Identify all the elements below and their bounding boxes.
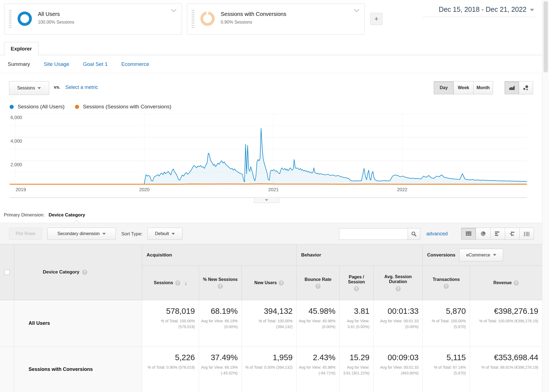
subnav-summary[interactable]: Summary [8, 61, 30, 67]
cell-new-users: 1,959% of Total: 0.50% (394,132) [242, 346, 296, 392]
metric-subtext: % of Total: 100.00% (578,019) [144, 318, 195, 330]
sort-descending-icon [184, 280, 187, 286]
cell-sessions: 578,019% of Total: 100.00% (578,019) [142, 300, 199, 346]
column-header-sessions[interactable]: Sessions [142, 266, 199, 300]
metric-value: €398,276.19 [472, 307, 538, 316]
metric-select-dropdown[interactable]: Sessions [9, 81, 49, 95]
comparison-view-icon [509, 231, 515, 236]
legend-dot-all-users [10, 105, 14, 109]
dropdown-triangle-icon [493, 254, 496, 256]
comparison-view-button[interactable] [505, 228, 519, 240]
motion-chart-button[interactable] [519, 81, 533, 94]
add-segment-button[interactable] [370, 13, 382, 25]
row-label[interactable]: All Users [14, 300, 142, 346]
segment-card-sessions-with-conversions[interactable]: Sessions with Conversions 0.90% Sessions [187, 4, 365, 35]
help-icon[interactable] [82, 270, 87, 275]
performance-view-button[interactable] [490, 228, 505, 240]
date-range-selector[interactable]: Dec 15, 2018 - Dec 21, 2022 [423, 5, 535, 17]
dropdown-triangle-icon [102, 233, 106, 235]
timeline-expander-button[interactable] [254, 198, 279, 203]
percentage-view-button[interactable] [476, 228, 490, 240]
subnav-ecommerce[interactable]: Ecommerce [121, 61, 149, 67]
page-scrollbar-thumb[interactable] [544, 1, 548, 72]
search-icon [411, 231, 417, 237]
column-header-new-users[interactable]: New Users [242, 266, 296, 300]
subnav-goal-set-1[interactable]: Goal Set 1 [83, 61, 108, 67]
sessions-chart-svg [10, 114, 527, 185]
cell-transactions: 5,115% of Total: 87.14% (5,870) [422, 346, 470, 392]
metric-value: 5,226 [144, 353, 195, 362]
tab-explorer[interactable]: Explorer [4, 42, 38, 55]
plot-rows-button[interactable]: Plot Rows [9, 228, 42, 240]
secondary-dimension-dropdown[interactable]: Secondary dimension [47, 228, 116, 240]
drag-handle-icon[interactable] [192, 10, 194, 29]
metric-subtext: Avg for View: 3.81 (0.00%) [341, 318, 369, 330]
chevron-down-icon[interactable] [171, 9, 177, 12]
group-label: Acquisition [147, 252, 172, 258]
drag-handle-icon[interactable] [9, 10, 12, 29]
page-scrollbar[interactable] [542, 0, 549, 392]
help-icon[interactable] [218, 284, 223, 289]
conversions-goal-dropdown[interactable]: eCommerce [459, 249, 503, 261]
column-label: Transactions [433, 277, 460, 282]
segment-title: All Users [38, 11, 60, 17]
sort-type-value: Default [155, 231, 169, 236]
granularity-day-button[interactable]: Day [434, 81, 453, 94]
cell-pages-session: 15.29Avg for View: 3.81 (301.22%) [339, 346, 373, 392]
column-header-pages-session[interactable]: Pages / Session [339, 266, 373, 300]
metric-value: 00:01:33 [375, 307, 419, 316]
sort-type-dropdown[interactable]: Default [147, 228, 183, 240]
help-icon[interactable] [354, 286, 359, 291]
secondary-dimension-label: Secondary dimension [57, 231, 100, 236]
cell-new-users: 394,132% of Total: 100.00% (394,132) [242, 300, 296, 346]
dimension-column-header[interactable]: Device Category [14, 244, 142, 300]
sort-type-label: Sort Type: [121, 231, 142, 237]
table-view-icon [466, 232, 471, 236]
help-icon[interactable] [444, 284, 449, 289]
column-header-new-sessions[interactable]: % New Sessions [199, 266, 242, 300]
help-icon[interactable] [315, 284, 321, 289]
table-view-button[interactable] [461, 228, 476, 240]
select-all-checkbox[interactable] [4, 270, 10, 275]
column-header-bounce-rate[interactable]: Bounce Rate [296, 266, 339, 300]
metric-subtext: % of Total: 88.81% (€398,276.19) [472, 365, 538, 370]
column-label: Pages / Session [342, 275, 371, 284]
pivot-view-button[interactable] [519, 228, 534, 240]
motion-chart-icon [523, 85, 529, 91]
metric-value: 394,132 [243, 307, 293, 316]
advanced-search-link[interactable]: advanced [426, 231, 448, 237]
group-header-acquisition: Acquisition [142, 244, 296, 266]
help-icon[interactable] [175, 280, 180, 286]
pivot-view-icon [524, 232, 530, 236]
report-subnav: Summary Site Usage Goal Set 1 Ecommerce [0, 55, 542, 73]
legend-label-conversions: Sessions (Sessions with Conversions) [83, 104, 171, 110]
device-category-table: Device Category Acquisition Behavior Con… [0, 244, 542, 392]
primary-dimension-value[interactable]: Device Category [49, 212, 85, 218]
search-input[interactable] [339, 228, 408, 240]
column-label: Avg. Session Duration [376, 274, 420, 284]
metric-value: 578,019 [144, 307, 195, 316]
granularity-month-button[interactable]: Month [473, 81, 493, 94]
cell-bounce-rate: 45.98%Avg for View: 45.98% (0.00%) [296, 300, 339, 346]
header-checkbox-cell [0, 244, 14, 300]
line-chart-button[interactable] [505, 81, 519, 94]
row-label[interactable]: Sessions with Conversions [14, 346, 142, 392]
cell-sessions: 5,226% of Total: 0.90% (578,019) [142, 346, 199, 392]
metric-subtext: Avg for View: 68.19% (0.00%) [201, 318, 238, 330]
chevron-down-icon[interactable] [354, 9, 360, 12]
sessions-timeseries-chart[interactable]: 2,0004,0006,000 [10, 114, 527, 185]
table-view-toggle [461, 228, 534, 240]
chart-type-toggle [505, 81, 533, 94]
segment-card-all-users[interactable]: All Users 100.00% Sessions [4, 4, 182, 35]
granularity-week-button[interactable]: Week [453, 81, 473, 94]
search-button[interactable] [408, 228, 420, 240]
help-icon[interactable] [514, 280, 519, 286]
subnav-site-usage[interactable]: Site Usage [44, 61, 69, 67]
column-header-avg-session-duration[interactable]: Avg. Session Duration [373, 266, 422, 300]
help-icon[interactable] [279, 280, 284, 286]
select-a-metric-link[interactable]: Select a metric [65, 84, 98, 90]
column-header-transactions[interactable]: Transactions [422, 266, 470, 300]
legend-label-all-users: Sessions (All Users) [18, 104, 65, 110]
help-icon[interactable] [396, 286, 401, 291]
column-header-revenue[interactable]: Revenue [470, 266, 542, 300]
